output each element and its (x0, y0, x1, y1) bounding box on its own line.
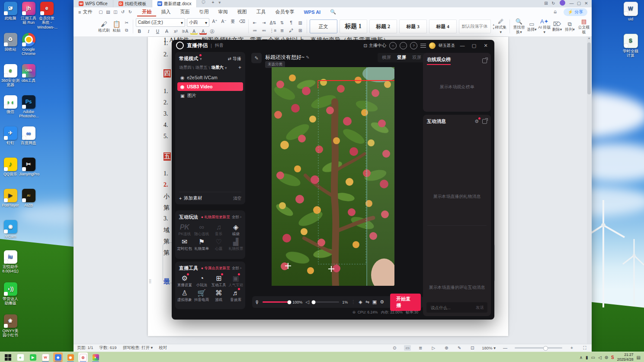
style-heading3[interactable]: 标题 3 (399, 19, 427, 33)
select-button[interactable]: ▭选择▾ (525, 21, 538, 32)
desktop-icon-ivcam[interactable]: ◉iVCam (1, 220, 20, 239)
anchor-center-button[interactable]: ⊡主播中心 (364, 42, 386, 48)
scene-tab-4[interactable]: 场景四 (179, 65, 192, 71)
tool-live-settings[interactable]: ⚙直播设置 (176, 274, 193, 287)
enclose-char-button[interactable]: Ⓐ (208, 28, 216, 35)
desktop-icon-baidu-pan[interactable]: ∞百度网盘 (19, 126, 38, 145)
tool-sound-library[interactable]: ♬音效库 (227, 289, 245, 302)
line-spacing-icon[interactable]: ≣ (279, 27, 286, 34)
ai-typeset-button[interactable]: A✦AI 排版▾ (538, 18, 551, 34)
tray-display-icon[interactable]: ▭ (591, 355, 595, 360)
tool-games[interactable]: ⌘游戏 (210, 289, 227, 302)
director-toggle[interactable]: ⇄导播 (228, 56, 241, 62)
menu-view[interactable]: 视图 (232, 7, 251, 16)
font-size-select[interactable]: 小四▾ (187, 18, 209, 27)
tray-360-icon[interactable]: S (611, 355, 614, 360)
taskbar-360-browser[interactable]: e (16, 352, 25, 362)
speaker-icon[interactable]: ◁ (305, 299, 309, 305)
output-volume-slider[interactable] (312, 301, 339, 303)
scrollbar-thumb[interactable] (587, 42, 591, 94)
source-image[interactable]: ▣图片 (177, 91, 243, 100)
tray-usb-icon[interactable]: ▮ (586, 355, 588, 360)
shrink-font-icon[interactable]: A⁻ (220, 18, 227, 25)
tool-popularity-chest[interactable]: ▣人气宝箱 (227, 274, 245, 287)
clear-format-icon[interactable]: ⌫ (238, 18, 246, 25)
desktop-icon-this-pc[interactable]: 🖳此电脑 (1, 2, 20, 20)
search-icon[interactable]: 🔍 (325, 7, 341, 16)
feature-pk[interactable]: PKPK连线 (176, 223, 193, 236)
scene-tab-6-active[interactable]: 场景六 (211, 65, 224, 71)
layout-dual[interactable]: 双屏 (412, 55, 421, 61)
wps-vertical-scrollbar[interactable]: ▲ (587, 36, 591, 344)
desktop-icon-photoshop[interactable]: PsAdobe Photosho... (19, 95, 38, 119)
phonetic-button[interactable]: ⚞A (181, 28, 189, 35)
feature-lucky-bag[interactable]: ◈福袋 (227, 223, 245, 236)
tray-expand-icon[interactable]: ∧ (580, 355, 583, 360)
cut-icon[interactable]: ✂ (123, 19, 130, 26)
desktop-icon-sheet[interactable]: S学时全额计算 (621, 34, 640, 58)
strikethrough-button[interactable]: A (163, 28, 170, 35)
headset-icon[interactable]: ∩ (389, 42, 397, 49)
live-close-button[interactable]: ✕ (481, 42, 490, 49)
popout-icon[interactable] (482, 119, 487, 124)
menu-hamburger-icon[interactable] (420, 44, 426, 48)
edit-pen-icon[interactable]: ✎ (456, 345, 463, 351)
refresh-icon[interactable]: ↻ (550, 0, 557, 6)
style-default-font[interactable]: 默认段落字体 (459, 19, 491, 33)
beauty-icon[interactable]: ◈ (359, 299, 362, 305)
start-button[interactable] (3, 352, 13, 362)
feature-gift-menu[interactable]: ⚑礼物菜单 (193, 238, 211, 251)
camera-icon[interactable]: ▣ (372, 299, 377, 305)
edit-pencil-icon[interactable]: ✎ (306, 55, 309, 60)
feature-music[interactable]: ♫音乐 (210, 223, 227, 236)
scroll-up-icon[interactable]: ▲ (587, 36, 591, 39)
mic-volume-slider[interactable] (263, 301, 289, 303)
menu-page[interactable]: 页面 (175, 7, 194, 16)
tool-douyin-ecom[interactable]: 🛒抖音电商 (193, 289, 211, 302)
delete-button[interactable]: ⌦删除▾ (551, 21, 563, 32)
layout-grid-icon[interactable]: ⊞ (542, 0, 550, 6)
mode-select[interactable]: 常规模式 (179, 55, 198, 62)
border-icon[interactable]: ⊞ (297, 27, 304, 34)
save-icon[interactable]: ▢ (97, 9, 104, 15)
comment-icon[interactable]: 🗩 (201, 0, 205, 7)
number-list-icon[interactable]: ≕ (260, 27, 268, 34)
camera-preview[interactable] (272, 67, 394, 286)
desktop-icon-recycle-bin[interactable]: ♻回收站 (1, 33, 20, 52)
desktop-icon-member-dist[interactable]: e会员分发系统 -Windows-... (37, 2, 56, 29)
shading-icon[interactable]: 🖍 (288, 27, 295, 34)
copy-icon[interactable]: ⧉ (123, 27, 130, 33)
desktop-icon-potplayer[interactable]: ▶PotPlayer (1, 189, 20, 207)
wps-avatar[interactable] (560, 0, 565, 6)
stream-settings-icon[interactable]: ⚙ (380, 299, 384, 305)
find-replace-button[interactable]: 🔍查找替换▾ (513, 18, 525, 34)
desktop-icon-uid-doc[interactable]: Wuid (621, 2, 640, 21)
zoom-slider-knob[interactable] (543, 346, 548, 351)
pilcrow-icon[interactable]: ¶ (288, 19, 295, 26)
feature-gift-vote[interactable]: ▟礼物投票 (227, 238, 245, 251)
undo-icon[interactable]: ↺ (119, 9, 126, 15)
taskbar-clock[interactable]: 21:27 2025/4/28 (617, 352, 634, 362)
outline-view-icon[interactable]: ≣ (417, 345, 424, 351)
desktop-icon-qinyy[interactable]: ❀QINYY美园小红书 (1, 314, 20, 338)
gov-template-button[interactable]: ▤公文模板 (576, 18, 592, 34)
desktop-icon-360-browser[interactable]: e360安全浏览器 (1, 64, 20, 87)
style-set-button[interactable]: 🖉样式集▾ (494, 18, 507, 34)
file-menu[interactable]: ≡文件 (74, 7, 97, 16)
taskbar-live-companion[interactable]: ◆ (53, 352, 63, 362)
superscript-button[interactable]: x² (172, 28, 179, 35)
wps-close-button[interactable]: ✕ (583, 0, 590, 6)
zoom-out-icon[interactable]: — (502, 345, 509, 351)
desktop-icon-daihuo[interactable]: ◖))带货达人助播版 (1, 282, 20, 306)
change-case-icon[interactable]: 要 (229, 18, 237, 25)
taskbar-obs-studio[interactable]: ◐ (91, 352, 100, 362)
bullet-list-icon[interactable]: ≔ (251, 27, 259, 34)
layout-landscape[interactable]: 横屏 (382, 55, 391, 61)
microphone-icon[interactable]: 🎙 (255, 300, 260, 305)
zoom-slider[interactable] (515, 347, 562, 349)
menu-reference[interactable]: 引用 (194, 7, 213, 16)
zoom-in-icon[interactable]: + (568, 345, 575, 351)
redo-icon[interactable]: ↻ (126, 9, 134, 15)
menu-tools[interactable]: 工具 (251, 7, 270, 16)
desktop-icon-qq-music[interactable]: ♪QQ音乐 (1, 158, 20, 176)
